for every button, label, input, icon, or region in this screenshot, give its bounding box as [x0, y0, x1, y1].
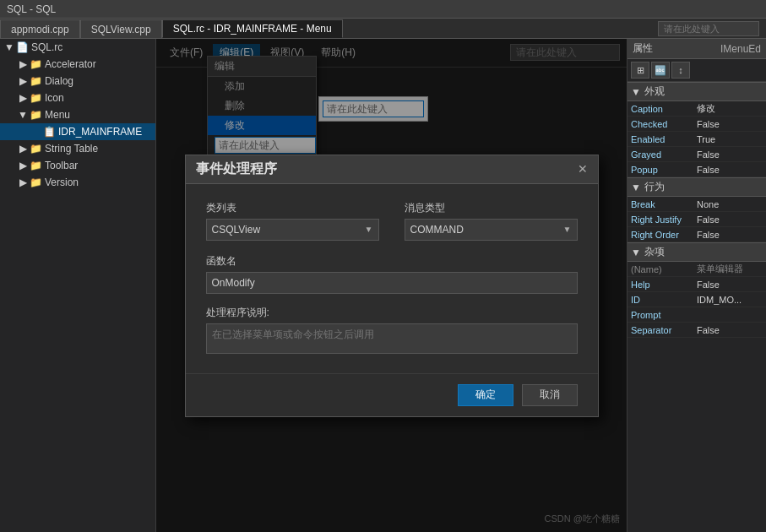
prop-grayed: Grayed False [627, 147, 766, 162]
content-area: 文件(F) 编辑(E) 视图(V) 帮助(H) 编辑 添加 删除 修改 [156, 39, 627, 532]
folder-icon-menu: 📁 [29, 108, 42, 122]
sidebar-item-idr[interactable]: 📋 IDR_MAINFRAME [0, 123, 155, 140]
prop-alpha-btn[interactable]: 🔤 [651, 62, 670, 79]
handler-desc-textarea[interactable] [206, 323, 578, 354]
title-text: SQL - SQL [7, 3, 56, 15]
behavior-expand-icon: ▼ [631, 182, 641, 193]
sidebar-item-icon[interactable]: ▶ 📁 Icon [0, 90, 155, 106]
folder-icon: 📄 [15, 41, 29, 54]
message-type-label: 消息类型 [405, 201, 578, 215]
prop-grid-btn[interactable]: ⊞ [631, 62, 649, 79]
cancel-button[interactable]: 取消 [522, 384, 578, 406]
message-type-field: 消息类型 COMMAND ▼ [405, 201, 578, 241]
folder-icon-ver: 📁 [29, 176, 42, 189]
func-name-input[interactable] [206, 272, 578, 294]
properties-header: 属性 IMenuEd [627, 39, 766, 59]
tab-sqlview[interactable]: SQLView.cpp [80, 19, 162, 38]
expand-arrow-acc: ▶ [17, 58, 29, 70]
folder-icon-tb: 📁 [29, 159, 42, 172]
func-name-label: 函数名 [206, 254, 578, 269]
prop-name: (Name) 菜单编辑器 [627, 262, 766, 277]
expand-arrow-ver: ▶ [17, 176, 29, 188]
appearance-section-header: ▼ 外观 [627, 82, 766, 101]
dialog-row-class-message: 类列表 CSQLView ▼ 消息类型 COMMAND ▼ [206, 201, 578, 241]
expand-arrow-str: ▶ [17, 143, 29, 155]
folder-icon-acc: 📁 [29, 57, 42, 71]
rc-file-icon: 📋 [42, 125, 56, 138]
prop-caption: Caption 修改 [627, 101, 766, 117]
class-list-field: 类列表 CSQLView ▼ [206, 201, 379, 241]
prop-sort-btn[interactable]: ↕ [671, 62, 690, 79]
section-expand-icon: ▼ [631, 86, 641, 98]
class-list-select[interactable]: CSQLView ▼ [206, 219, 379, 241]
dialog-title: 事件处理程序 [196, 160, 277, 178]
tab-appmodi[interactable]: appmodi.cpp [0, 19, 80, 38]
event-handler-dialog: 事件处理程序 ✕ 类列表 CSQLView ▼ 消息类型 [185, 155, 599, 417]
sidebar-item-toolbar[interactable]: ▶ 📁 Toolbar [0, 157, 155, 174]
title-bar: SQL - SQL [0, 0, 766, 19]
confirm-button[interactable]: 确定 [458, 384, 513, 406]
func-name-section: 函数名 [206, 254, 578, 294]
sidebar-item-accelerator[interactable]: ▶ 📁 Accelerator [0, 56, 155, 73]
handler-desc-section: 处理程序说明: [206, 306, 578, 356]
class-list-label: 类列表 [206, 201, 379, 215]
sidebar-item-stringtable[interactable]: ▶ 📁 String Table [0, 140, 155, 157]
sidebar-item-dialog[interactable]: ▶ 📁 Dialog [0, 73, 155, 90]
message-type-select[interactable]: COMMAND ▼ [405, 219, 578, 241]
prop-separator: Separator False [627, 323, 766, 338]
prop-rightjustify: Right Justify False [627, 212, 766, 227]
prop-id: ID IDM_MO... [627, 292, 766, 307]
dialog-footer: 确定 取消 [186, 373, 598, 416]
dialog-titlebar: 事件处理程序 ✕ [186, 155, 598, 184]
folder-icon-str: 📁 [29, 142, 42, 155]
tab-sqlrc[interactable]: SQL.rc - IDR_MAINFRAME - Menu [162, 19, 343, 38]
expand-arrow: ▼ [3, 41, 15, 53]
prop-help: Help False [627, 277, 766, 292]
dialog-body: 类列表 CSQLView ▼ 消息类型 COMMAND ▼ [186, 184, 598, 373]
folder-icon-dlg: 📁 [29, 74, 42, 88]
prop-enabled: Enabled True [627, 132, 766, 147]
handler-desc-label: 处理程序说明: [206, 306, 578, 320]
tab-bar: appmodi.cpp SQLView.cpp SQL.rc - IDR_MAI… [0, 19, 766, 39]
select-arrow-icon: ▼ [365, 225, 373, 234]
sidebar: ▼ 📄 SQL.rc ▶ 📁 Accelerator ▶ 📁 Dialog ▶ … [0, 39, 156, 532]
prop-prompt: Prompt [627, 307, 766, 323]
tab-search-input[interactable] [658, 21, 759, 36]
misc-section-header: ▼ 杂项 [627, 242, 766, 262]
select-arrow-icon-2: ▼ [563, 225, 572, 234]
prop-break: Break None [627, 197, 766, 212]
expand-arrow-dlg: ▶ [17, 75, 29, 87]
prop-checked: Checked False [627, 117, 766, 132]
behavior-section-header: ▼ 行为 [627, 177, 766, 197]
prop-toolbar: ⊞ 🔤 ↕ [627, 59, 766, 82]
folder-icon-ico: 📁 [29, 91, 42, 105]
properties-panel: 属性 IMenuEd ⊞ 🔤 ↕ ▼ 外观 Caption 修改 Checked… [627, 39, 766, 532]
sidebar-item-menu[interactable]: ▼ 📁 Menu [0, 106, 155, 123]
prop-rightorder: Right Order False [627, 227, 766, 242]
dialog-close-button[interactable]: ✕ [578, 162, 588, 176]
prop-popup: Popup False [627, 162, 766, 177]
dialog-overlay: 事件处理程序 ✕ 类列表 CSQLView ▼ 消息类型 [156, 39, 627, 532]
expand-arrow-tb: ▶ [17, 160, 29, 171]
expand-arrow-menu: ▼ [17, 109, 29, 121]
sidebar-item-sqlrc[interactable]: ▼ 📄 SQL.rc [0, 39, 155, 56]
expand-arrow-ico: ▶ [17, 92, 29, 104]
main-layout: ▼ 📄 SQL.rc ▶ 📁 Accelerator ▶ 📁 Dialog ▶ … [0, 39, 766, 532]
sidebar-item-version[interactable]: ▶ 📁 Version [0, 174, 155, 191]
misc-expand-icon: ▼ [631, 247, 641, 258]
